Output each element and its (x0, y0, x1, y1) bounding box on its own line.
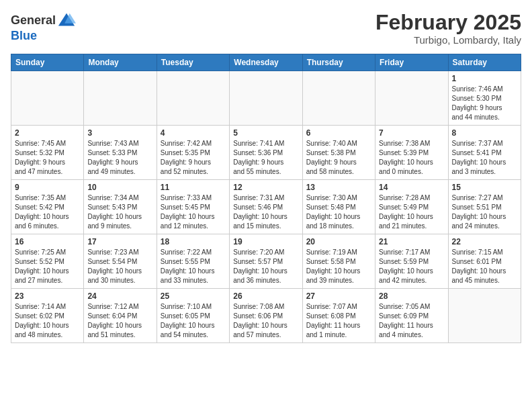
day-number: 13 (306, 183, 371, 192)
weekday-header-tuesday: Tuesday (157, 54, 229, 71)
calendar-cell: 11Sunrise: 7:33 AM Sunset: 5:45 PM Dayli… (157, 180, 229, 234)
calendar-week-row: 1Sunrise: 7:46 AM Sunset: 5:30 PM Daylig… (11, 71, 521, 126)
calendar-cell: 9Sunrise: 7:35 AM Sunset: 5:42 PM Daylig… (11, 180, 84, 234)
calendar-cell: 2Sunrise: 7:45 AM Sunset: 5:32 PM Daylig… (11, 126, 84, 180)
calendar-cell: 13Sunrise: 7:30 AM Sunset: 5:48 PM Dayli… (302, 180, 375, 234)
calendar-cell: 27Sunrise: 7:07 AM Sunset: 6:08 PM Dayli… (302, 289, 375, 343)
page-header: General Blue February 2025 Turbigo, Lomb… (11, 11, 521, 46)
day-info: Sunrise: 7:40 AM Sunset: 5:38 PM Dayligh… (306, 139, 371, 177)
day-number: 22 (452, 237, 517, 246)
day-info: Sunrise: 7:45 AM Sunset: 5:32 PM Dayligh… (15, 139, 80, 177)
day-number: 18 (161, 237, 226, 246)
calendar-cell (302, 71, 375, 126)
day-info: Sunrise: 7:08 AM Sunset: 6:06 PM Dayligh… (233, 302, 298, 340)
day-number: 27 (306, 291, 371, 301)
day-info: Sunrise: 7:22 AM Sunset: 5:55 PM Dayligh… (161, 248, 226, 285)
logo-icon (57, 11, 76, 30)
day-info: Sunrise: 7:37 AM Sunset: 5:41 PM Dayligh… (452, 139, 517, 177)
calendar-cell (448, 289, 521, 343)
day-info: Sunrise: 7:35 AM Sunset: 5:42 PM Dayligh… (15, 193, 80, 231)
calendar-cell: 17Sunrise: 7:23 AM Sunset: 5:54 PM Dayli… (84, 234, 157, 289)
calendar-cell: 18Sunrise: 7:22 AM Sunset: 5:55 PM Dayli… (157, 234, 229, 289)
calendar-cell: 1Sunrise: 7:46 AM Sunset: 5:30 PM Daylig… (448, 71, 521, 126)
day-number: 5 (233, 128, 298, 138)
calendar-cell: 16Sunrise: 7:25 AM Sunset: 5:52 PM Dayli… (11, 234, 84, 289)
day-info: Sunrise: 7:34 AM Sunset: 5:43 PM Dayligh… (87, 193, 152, 231)
day-number: 6 (306, 128, 371, 138)
calendar-cell: 14Sunrise: 7:28 AM Sunset: 5:49 PM Dayli… (375, 180, 448, 234)
day-number: 24 (87, 291, 152, 301)
calendar-cell: 5Sunrise: 7:41 AM Sunset: 5:36 PM Daylig… (230, 126, 302, 180)
day-number: 16 (15, 237, 80, 246)
day-number: 19 (233, 237, 298, 246)
day-number: 28 (379, 291, 444, 301)
day-info: Sunrise: 7:05 AM Sunset: 6:09 PM Dayligh… (379, 302, 444, 340)
day-number: 17 (87, 237, 152, 246)
weekday-header-row: SundayMondayTuesdayWednesdayThursdayFrid… (11, 54, 521, 71)
calendar-cell: 22Sunrise: 7:15 AM Sunset: 6:01 PM Dayli… (448, 234, 521, 289)
weekday-header-monday: Monday (84, 54, 157, 71)
day-info: Sunrise: 7:17 AM Sunset: 5:59 PM Dayligh… (379, 248, 444, 285)
day-number: 26 (233, 291, 298, 301)
day-number: 1 (452, 74, 517, 83)
day-info: Sunrise: 7:27 AM Sunset: 5:51 PM Dayligh… (452, 193, 517, 231)
day-number: 8 (452, 128, 517, 138)
day-info: Sunrise: 7:25 AM Sunset: 5:52 PM Dayligh… (15, 248, 80, 285)
day-number: 21 (379, 237, 444, 246)
calendar-cell: 19Sunrise: 7:20 AM Sunset: 5:57 PM Dayli… (230, 234, 302, 289)
calendar-cell: 8Sunrise: 7:37 AM Sunset: 5:41 PM Daylig… (448, 126, 521, 180)
day-info: Sunrise: 7:07 AM Sunset: 6:08 PM Dayligh… (306, 302, 371, 340)
calendar-cell: 21Sunrise: 7:17 AM Sunset: 5:59 PM Dayli… (375, 234, 448, 289)
day-number: 23 (15, 291, 80, 301)
calendar-cell: 24Sunrise: 7:12 AM Sunset: 6:04 PM Dayli… (84, 289, 157, 343)
day-info: Sunrise: 7:19 AM Sunset: 5:58 PM Dayligh… (306, 248, 371, 285)
weekday-header-wednesday: Wednesday (230, 54, 302, 71)
day-info: Sunrise: 7:28 AM Sunset: 5:49 PM Dayligh… (379, 193, 444, 231)
day-info: Sunrise: 7:15 AM Sunset: 6:01 PM Dayligh… (452, 248, 517, 285)
calendar-cell: 20Sunrise: 7:19 AM Sunset: 5:58 PM Dayli… (302, 234, 375, 289)
day-info: Sunrise: 7:38 AM Sunset: 5:39 PM Dayligh… (379, 139, 444, 177)
calendar-cell: 6Sunrise: 7:40 AM Sunset: 5:38 PM Daylig… (302, 126, 375, 180)
weekday-header-friday: Friday (375, 54, 448, 71)
weekday-header-saturday: Saturday (448, 54, 521, 71)
calendar-cell (11, 71, 84, 126)
calendar-cell: 25Sunrise: 7:10 AM Sunset: 6:05 PM Dayli… (157, 289, 229, 343)
day-number: 20 (306, 237, 371, 246)
calendar-cell: 7Sunrise: 7:38 AM Sunset: 5:39 PM Daylig… (375, 126, 448, 180)
day-info: Sunrise: 7:31 AM Sunset: 5:46 PM Dayligh… (233, 193, 298, 231)
day-info: Sunrise: 7:30 AM Sunset: 5:48 PM Dayligh… (306, 193, 371, 231)
calendar-cell: 28Sunrise: 7:05 AM Sunset: 6:09 PM Dayli… (375, 289, 448, 343)
calendar-week-row: 16Sunrise: 7:25 AM Sunset: 5:52 PM Dayli… (11, 234, 521, 289)
day-number: 2 (15, 128, 80, 138)
calendar-cell (157, 71, 229, 126)
calendar-week-row: 9Sunrise: 7:35 AM Sunset: 5:42 PM Daylig… (11, 180, 521, 234)
calendar-cell: 23Sunrise: 7:14 AM Sunset: 6:02 PM Dayli… (11, 289, 84, 343)
day-info: Sunrise: 7:41 AM Sunset: 5:36 PM Dayligh… (233, 139, 298, 177)
day-info: Sunrise: 7:33 AM Sunset: 5:45 PM Dayligh… (161, 193, 226, 231)
month-title: February 2025 (375, 11, 521, 34)
calendar-cell: 10Sunrise: 7:34 AM Sunset: 5:43 PM Dayli… (84, 180, 157, 234)
logo-general: General (11, 14, 56, 26)
calendar-cell (84, 71, 157, 126)
title-block: February 2025 Turbigo, Lombardy, Italy (375, 11, 521, 46)
calendar-cell: 26Sunrise: 7:08 AM Sunset: 6:06 PM Dayli… (230, 289, 302, 343)
day-number: 12 (233, 183, 298, 192)
day-info: Sunrise: 7:42 AM Sunset: 5:35 PM Dayligh… (161, 139, 226, 177)
day-number: 14 (379, 183, 444, 192)
calendar-cell: 4Sunrise: 7:42 AM Sunset: 5:35 PM Daylig… (157, 126, 229, 180)
calendar-cell: 3Sunrise: 7:43 AM Sunset: 5:33 PM Daylig… (84, 126, 157, 180)
day-number: 10 (87, 183, 152, 192)
day-number: 7 (379, 128, 444, 138)
calendar-cell: 15Sunrise: 7:27 AM Sunset: 5:51 PM Dayli… (448, 180, 521, 234)
calendar-cell (375, 71, 448, 126)
calendar-cell (230, 71, 302, 126)
day-info: Sunrise: 7:43 AM Sunset: 5:33 PM Dayligh… (87, 139, 152, 177)
calendar-table: SundayMondayTuesdayWednesdayThursdayFrid… (11, 54, 521, 343)
day-info: Sunrise: 7:12 AM Sunset: 6:04 PM Dayligh… (87, 302, 152, 340)
calendar-cell: 12Sunrise: 7:31 AM Sunset: 5:46 PM Dayli… (230, 180, 302, 234)
calendar-week-row: 23Sunrise: 7:14 AM Sunset: 6:02 PM Dayli… (11, 289, 521, 343)
day-number: 4 (161, 128, 226, 138)
day-number: 25 (161, 291, 226, 301)
weekday-header-sunday: Sunday (11, 54, 84, 71)
day-number: 11 (161, 183, 226, 192)
